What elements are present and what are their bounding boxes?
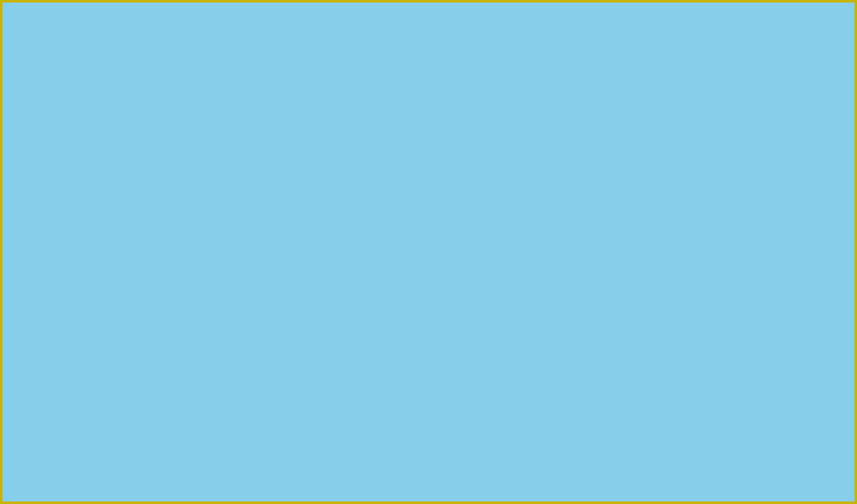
chart-container (3, 3, 854, 501)
connector-lines (3, 3, 854, 501)
